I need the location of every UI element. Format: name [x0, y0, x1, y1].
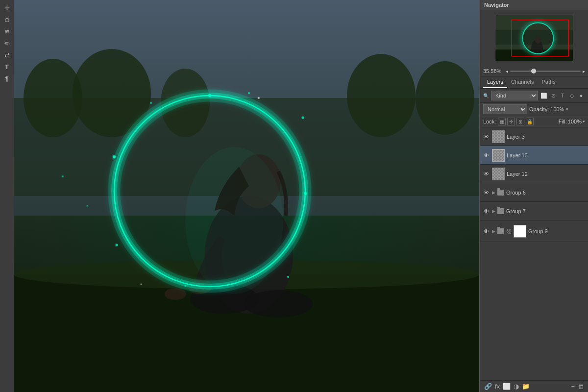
navigator-header[interactable]: Navigator [480, 0, 588, 10]
paragraph-tool-icon[interactable]: ¶ [2, 74, 12, 83]
visibility-icon-layer3[interactable]: 👁 [482, 133, 490, 141]
expand-arrow-group9[interactable]: ▶ [492, 229, 495, 234]
svg-point-19 [302, 117, 304, 119]
fill-value: 100% [568, 119, 582, 124]
filter-adjust-icon[interactable]: ⊙ [549, 92, 557, 99]
filter-smart-icon[interactable]: ● [577, 92, 585, 99]
lock-artboard-icon[interactable]: ⊞ [516, 118, 524, 125]
layers-panel: 🔍 Kind ⬜ ⊙ T ◇ ● Normal Dissolve [480, 89, 588, 392]
fill-row: Fill: 100% ▾ [559, 119, 585, 124]
expand-arrow-group6[interactable]: ▶ [492, 190, 495, 195]
move-tool-icon[interactable]: ✛ [2, 3, 12, 13]
lock-label: Lock: [483, 119, 496, 124]
tab-channels[interactable]: Channels [507, 76, 538, 88]
filter-row: 🔍 Kind ⬜ ⊙ T ◇ ● [480, 89, 588, 103]
canvas-image [14, 0, 479, 392]
svg-point-25 [248, 92, 250, 94]
svg-point-23 [113, 155, 116, 158]
svg-point-24 [150, 102, 152, 104]
lock-row: Lock: ▦ ✛ ⊞ 🔒 Fill: 100% ▾ [480, 116, 588, 127]
svg-point-14 [165, 288, 186, 300]
add-mask-icon[interactable]: ⬜ [503, 383, 511, 390]
kind-filter-select[interactable]: Kind [491, 91, 538, 100]
navigator-thumbnail [495, 15, 573, 61]
new-adjustment-icon[interactable]: ◑ [514, 383, 519, 390]
lasso-tool-icon[interactable]: ⊙ [2, 15, 12, 24]
visibility-icon-layer13[interactable]: 👁 [482, 151, 490, 159]
navigator-panel: Navigator [480, 0, 588, 76]
layer-item-layer13[interactable]: 👁 Layer 13 [480, 146, 588, 165]
layer-item-group7[interactable]: 👁 ▶ Group 7 [480, 202, 588, 220]
layer-thumb-layer12 [492, 168, 505, 180]
layer-name-layer12: Layer 12 [507, 171, 586, 177]
layer-name-group9: Group 9 [528, 228, 586, 234]
layer-list: 👁 Layer 3 👁 Layer 13 👁 [480, 127, 588, 380]
lock-move-icon[interactable]: ✛ [507, 118, 515, 125]
tab-paths[interactable]: Paths [538, 76, 560, 88]
new-group-icon[interactable]: 📁 [522, 383, 530, 390]
layer-item-group9[interactable]: 👁 ▶ ⛓ Group 9 [480, 220, 588, 242]
svg-point-5 [347, 54, 416, 137]
panel-tabs: Layers Channels Paths [480, 76, 588, 89]
filter-pixel-icon[interactable]: ⬜ [540, 92, 548, 99]
svg-point-6 [416, 61, 474, 135]
scene-svg [14, 0, 479, 392]
filter-icons: ⬜ ⊙ T ◇ ● [540, 92, 585, 99]
fill-dropdown-icon[interactable]: ▾ [583, 119, 585, 124]
layer-thumb-layer13 [492, 149, 505, 162]
layer-name-group7: Group 7 [506, 208, 586, 214]
folder-icon-group9 [497, 228, 504, 234]
svg-point-22 [116, 244, 118, 246]
zoom-decrease-icon[interactable]: ◂ [506, 69, 508, 74]
layer-name-layer3: Layer 3 [507, 134, 586, 140]
svg-point-21 [287, 276, 289, 278]
zoom-value: 35.58% [483, 68, 504, 74]
clone-stamp-icon[interactable]: ⇄ [2, 50, 12, 60]
layer-item-layer12[interactable]: 👁 Layer 12 [480, 165, 588, 183]
layer-thumb-layer3 [492, 130, 505, 143]
expand-arrow-group7[interactable]: ▶ [492, 209, 495, 214]
search-icon: 🔍 [483, 93, 489, 98]
lock-all-icon[interactable]: 🔒 [526, 118, 534, 125]
filter-shape-icon[interactable]: ◇ [568, 92, 576, 99]
chain-icon-group9: ⛓ [506, 228, 512, 234]
brush-settings-icon[interactable]: ≋ [2, 26, 12, 36]
blend-mode-select[interactable]: Normal Dissolve Multiply Screen [483, 104, 527, 114]
delete-layer-icon[interactable]: 🗑 [578, 383, 584, 390]
lock-checkerboard-icon[interactable]: ▦ [498, 118, 506, 125]
paint-brush-icon[interactable]: ✏ [2, 38, 12, 48]
svg-point-30 [258, 97, 260, 99]
lock-icons: ▦ ✛ ⊞ 🔒 [498, 118, 534, 125]
svg-point-18 [208, 94, 211, 97]
navigator-title: Navigator [484, 2, 509, 8]
layer-item-group6[interactable]: 👁 ▶ Group 6 [480, 183, 588, 202]
folder-icon-group6 [497, 190, 504, 196]
canvas-area [14, 0, 480, 392]
layer-bottom-bar: 🔗 fx ⬜ ◑ 📁 + 🗑 [480, 380, 588, 392]
svg-point-28 [184, 285, 186, 287]
svg-point-31 [185, 147, 283, 294]
filter-type-icon[interactable]: T [559, 92, 566, 99]
add-style-icon[interactable]: fx [495, 383, 500, 390]
visibility-icon-layer12[interactable]: 👁 [482, 170, 490, 178]
visibility-icon-group9[interactable]: 👁 [482, 227, 490, 235]
zoom-slider[interactable] [510, 71, 581, 72]
tab-layers[interactable]: Layers [483, 76, 507, 88]
zoom-increase-icon[interactable]: ▸ [583, 69, 585, 74]
svg-point-20 [304, 192, 307, 195]
layer-name-group6: Group 6 [506, 190, 586, 196]
visibility-icon-group7[interactable]: 👁 [482, 207, 490, 215]
svg-point-12 [244, 290, 313, 318]
link-layers-icon[interactable]: 🔗 [484, 383, 492, 390]
text-tool-icon[interactable]: T [2, 62, 12, 72]
svg-point-26 [87, 205, 88, 207]
visibility-icon-group6[interactable]: 👁 [482, 189, 490, 196]
layer-item-layer3[interactable]: 👁 Layer 3 [480, 127, 588, 146]
fill-label: Fill: [559, 119, 567, 124]
layer-thumb-group9 [514, 225, 526, 238]
opacity-value: 100% [550, 106, 564, 112]
opacity-dropdown-icon[interactable]: ▾ [566, 107, 568, 112]
blend-mode-row: Normal Dissolve Multiply Screen Opacity:… [480, 103, 588, 116]
new-layer-icon[interactable]: + [571, 383, 575, 390]
zoom-bar: 35.58% ◂ ▸ [480, 66, 588, 76]
